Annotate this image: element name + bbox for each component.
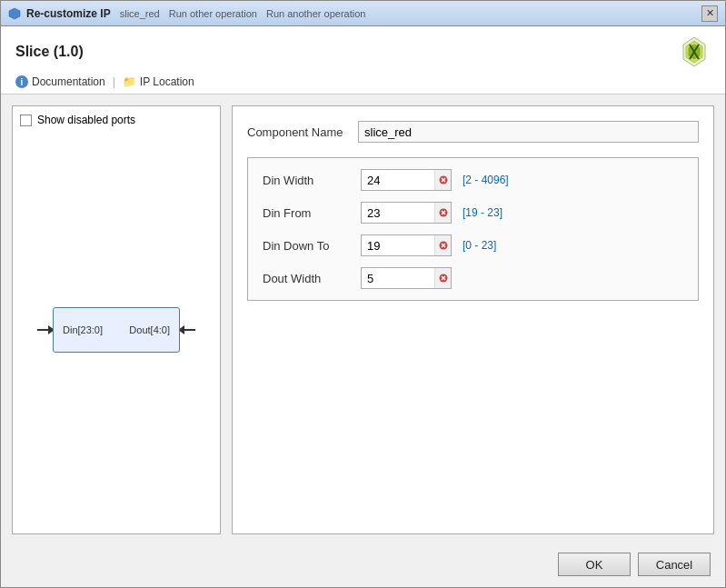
app-icon xyxy=(8,7,21,20)
block-box: Din[23:0] Dout[4:0] xyxy=(53,307,180,353)
params-section: Din Width [2 - 4096] Din From xyxy=(247,157,699,301)
ip-location-link[interactable]: IP Location xyxy=(140,75,194,88)
param-label-3: Dout Width xyxy=(263,272,353,285)
param-clear-2[interactable] xyxy=(434,235,451,255)
slice-title-text: Slice (1.0) xyxy=(15,44,84,60)
documentation-link[interactable]: Documentation xyxy=(32,75,105,88)
right-port-line xyxy=(184,329,195,331)
right-panel: Component Name Din Width [2 - 4096] xyxy=(232,105,714,534)
param-input-3[interactable] xyxy=(362,268,434,288)
param-input-wrap-0 xyxy=(361,169,452,191)
param-range-2: [0 - 23] xyxy=(462,239,496,252)
left-port-line xyxy=(37,329,48,331)
window-subtitle3: Run another operation xyxy=(266,8,365,19)
show-disabled-ports-label: Show disabled ports xyxy=(37,114,135,126)
window-subtitle2: Run other operation xyxy=(169,8,257,19)
slice-title-row: Slice (1.0) xyxy=(15,35,711,68)
xilinx-logo xyxy=(678,35,711,68)
param-input-wrap-3 xyxy=(361,267,452,289)
right-port-label: Dout[4:0] xyxy=(129,324,170,335)
folder-icon: 📁 xyxy=(123,75,136,88)
param-row: Din From [19 - 23] xyxy=(263,202,683,224)
clear-icon-2 xyxy=(439,241,448,250)
close-button[interactable]: ✕ xyxy=(701,5,718,22)
param-row: Dout Width xyxy=(263,267,683,289)
param-label-2: Din Down To xyxy=(263,239,353,253)
param-input-wrap-1 xyxy=(361,202,452,224)
param-label-1: Din From xyxy=(263,206,353,220)
title-bar-left: Re-customize IP slice_red Run other oper… xyxy=(8,7,365,20)
param-label-0: Din Width xyxy=(263,174,353,187)
component-name-input[interactable] xyxy=(358,121,699,143)
param-range-1: [19 - 23] xyxy=(462,206,502,219)
component-name-row: Component Name xyxy=(247,121,699,143)
param-input-2[interactable] xyxy=(362,235,434,255)
param-row: Din Down To [0 - 23] xyxy=(263,234,683,256)
info-icon: i xyxy=(15,75,28,88)
title-bar: Re-customize IP slice_red Run other oper… xyxy=(1,1,725,26)
main-window: Re-customize IP slice_red Run other oper… xyxy=(0,0,726,588)
window-subtitle1: slice_red xyxy=(120,8,160,19)
left-panel: Show disabled ports Din[23:0] Dout[4:0] xyxy=(12,105,221,534)
svg-marker-0 xyxy=(9,8,20,19)
ok-button[interactable]: OK xyxy=(558,553,631,576)
param-input-1[interactable] xyxy=(362,203,434,223)
param-clear-0[interactable] xyxy=(434,170,451,190)
clear-icon-1 xyxy=(439,208,448,217)
right-connector xyxy=(178,325,195,334)
show-disabled-ports-row: Show disabled ports xyxy=(20,114,213,126)
main-content: Show disabled ports Din[23:0] Dout[4:0] xyxy=(1,95,725,545)
left-port-label: Din[23:0] xyxy=(63,324,103,335)
header-section: Slice (1.0) i Documentation | 📁 IP Locat… xyxy=(1,26,725,95)
window-title: Re-customize IP xyxy=(26,7,111,20)
component-name-label: Component Name xyxy=(247,125,347,139)
block-diagram-area: Din[23:0] Dout[4:0] xyxy=(20,134,213,526)
param-input-0[interactable] xyxy=(362,170,434,190)
clear-icon-0 xyxy=(439,175,448,184)
param-clear-3[interactable] xyxy=(434,268,451,288)
show-disabled-ports-checkbox[interactable] xyxy=(20,115,32,126)
param-range-0: [2 - 4096] xyxy=(462,174,509,186)
nav-links: i Documentation | 📁 IP Location xyxy=(15,75,711,88)
block-diagram: Din[23:0] Dout[4:0] xyxy=(37,307,195,353)
cancel-button[interactable]: Cancel xyxy=(638,553,711,576)
nav-separator: | xyxy=(113,75,115,88)
param-input-wrap-2 xyxy=(361,234,452,256)
param-clear-1[interactable] xyxy=(434,203,451,223)
param-row: Din Width [2 - 4096] xyxy=(263,169,683,191)
clear-icon-3 xyxy=(439,274,448,283)
footer: OK Cancel xyxy=(1,545,725,587)
